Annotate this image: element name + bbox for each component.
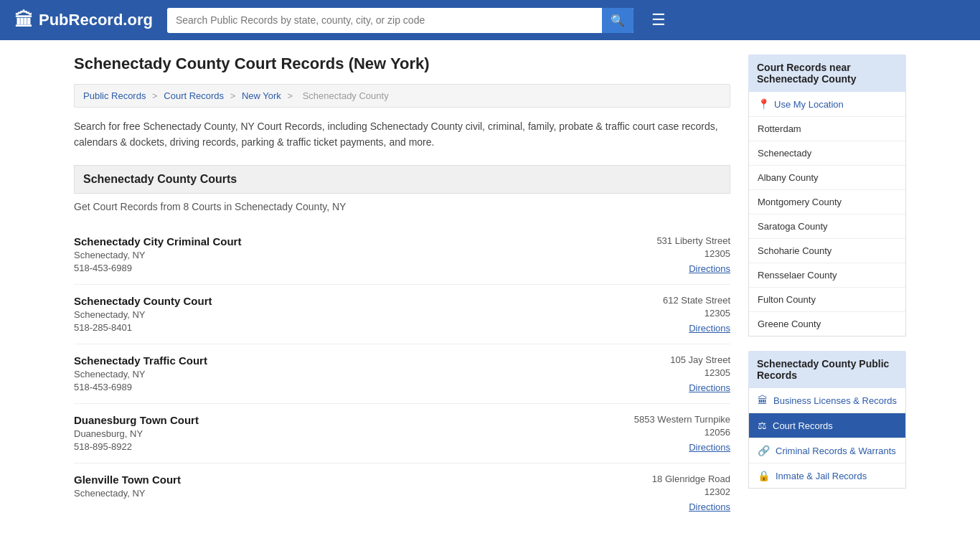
nearby-link[interactable]: Rotterdam (749, 117, 905, 141)
nearby-section-title: Court Records near Schenectady County (748, 55, 906, 92)
records-container: 🏛 Business Licenses & Records⚖ Court Rec… (749, 388, 905, 488)
court-zip: 12302 (652, 486, 730, 497)
court-city: Schenectady, NY (74, 309, 663, 320)
public-records-links: 🏛 Business Licenses & Records⚖ Court Rec… (748, 388, 906, 489)
court-name: Schenectady County Court (74, 295, 663, 307)
court-info: Duanesburg Town Court Duanesburg, NY 518… (74, 414, 634, 452)
record-link[interactable]: 🏛 Business Licenses & Records (749, 388, 905, 413)
content-area: Schenectady County Court Records (New Yo… (74, 55, 730, 522)
breadcrumb-public-records[interactable]: Public Records (83, 90, 146, 101)
menu-button[interactable]: ☰ (648, 7, 669, 33)
court-name: Schenectady Traffic Court (74, 354, 670, 367)
search-input[interactable] (167, 9, 602, 32)
main-container: Schenectady County Court Records (New Yo… (60, 40, 920, 537)
court-phone: 518-285-8401 (74, 322, 663, 333)
record-label: Inmate & Jail Records (776, 471, 867, 481)
record-label: Business Licenses & Records (773, 395, 897, 406)
breadcrumb-current: Schenectady County (303, 90, 389, 101)
court-phone: 518-453-6989 (74, 382, 670, 392)
site-header: 🏛 PubRecord.org 🔍 ☰ (0, 0, 980, 40)
court-info: Glenville Town Court Schenectady, NY (74, 474, 652, 501)
court-name: Schenectady City Criminal Court (74, 235, 656, 248)
court-address: 612 State Street 12305 Directions (663, 295, 730, 334)
nearby-link[interactable]: Fulton County (749, 288, 905, 312)
court-entry: Glenville Town Court Schenectady, NY 18 … (74, 463, 730, 522)
nearby-link[interactable]: Schenectady (749, 141, 905, 166)
court-zip: 12305 (656, 248, 730, 259)
breadcrumb-new-york[interactable]: New York (242, 90, 281, 101)
record-icon: 🔗 (758, 445, 770, 456)
court-zip: 12056 (634, 427, 730, 438)
nearby-link[interactable]: Albany County (749, 166, 905, 190)
court-phone: 518-895-8922 (74, 441, 634, 452)
directions-link[interactable]: Directions (689, 382, 730, 393)
court-city: Schenectady, NY (74, 250, 656, 260)
directions-link[interactable]: Directions (689, 442, 730, 453)
logo[interactable]: 🏛 PubRecord.org (14, 9, 153, 32)
court-entry: Schenectady Traffic Court Schenectady, N… (74, 344, 730, 404)
nearby-link[interactable]: Schoharie County (749, 239, 905, 263)
nearby-link[interactable]: Greene County (749, 312, 905, 336)
record-link[interactable]: 🔒 Inmate & Jail Records (749, 463, 905, 488)
court-zip: 12305 (663, 308, 730, 319)
court-name: Glenville Town Court (74, 474, 652, 486)
directions-link[interactable]: Directions (689, 263, 730, 274)
courts-count: Get Court Records from 8 Courts in Schen… (74, 201, 730, 212)
court-city: Schenectady, NY (74, 369, 670, 380)
court-street: 5853 Western Turnpike (634, 414, 730, 425)
court-street: 18 Glenridge Road (652, 474, 730, 484)
directions-link[interactable]: Directions (689, 323, 730, 334)
breadcrumb-court-records[interactable]: Court Records (164, 90, 224, 101)
nearby-link[interactable]: Rensselaer County (749, 263, 905, 288)
courts-list: Schenectady City Criminal Court Schenect… (74, 225, 730, 522)
court-address: 531 Liberty Street 12305 Directions (656, 235, 730, 274)
record-label: Criminal Records & Warrants (776, 446, 896, 456)
nearby-link[interactable]: Saratoga County (749, 215, 905, 239)
section-header: Schenectady County Courts (74, 165, 730, 194)
breadcrumb: Public Records > Court Records > New Yor… (74, 84, 730, 108)
logo-text: PubRecord.org (39, 11, 153, 29)
logo-icon: 🏛 (14, 9, 33, 32)
nearby-links-container: RotterdamSchenectadyAlbany CountyMontgom… (749, 117, 905, 336)
court-entry: Schenectady County Court Schenectady, NY… (74, 285, 730, 344)
court-entry: Duanesburg Town Court Duanesburg, NY 518… (74, 404, 730, 463)
court-info: Schenectady Traffic Court Schenectady, N… (74, 354, 670, 392)
court-street: 105 Jay Street (670, 354, 730, 365)
sidebar: Court Records near Schenectady County 📍 … (748, 55, 906, 522)
use-my-location[interactable]: 📍 Use My Location (749, 92, 905, 117)
court-address: 18 Glenridge Road 12302 Directions (652, 474, 730, 512)
court-address: 5853 Western Turnpike 12056 Directions (634, 414, 730, 453)
record-link[interactable]: ⚖ Court Records (749, 413, 905, 438)
court-city: Schenectady, NY (74, 488, 652, 499)
location-icon: 📍 (758, 98, 770, 110)
court-zip: 12305 (670, 367, 730, 378)
record-icon: 🔒 (758, 470, 770, 481)
court-address: 105 Jay Street 12305 Directions (670, 354, 730, 393)
directions-link[interactable]: Directions (689, 501, 730, 512)
court-street: 612 State Street (663, 295, 730, 306)
court-name: Duanesburg Town Court (74, 414, 634, 426)
court-street: 531 Liberty Street (656, 235, 730, 246)
page-title: Schenectady County Court Records (New Yo… (74, 55, 730, 73)
nearby-link[interactable]: Montgomery County (749, 190, 905, 215)
court-entry: Schenectady City Criminal Court Schenect… (74, 225, 730, 285)
court-city: Duanesburg, NY (74, 428, 634, 439)
public-records-title: Schenectady County Public Records (748, 351, 906, 388)
court-info: Schenectady County Court Schenectady, NY… (74, 295, 663, 333)
nearby-links: 📍 Use My Location RotterdamSchenectadyAl… (748, 92, 906, 336)
record-icon: 🏛 (758, 395, 768, 406)
search-bar: 🔍 (167, 8, 633, 33)
record-label: Court Records (773, 420, 833, 431)
record-icon: ⚖ (758, 420, 767, 431)
court-phone: 518-453-6989 (74, 263, 656, 273)
record-link[interactable]: 🔗 Criminal Records & Warrants (749, 438, 905, 463)
court-info: Schenectady City Criminal Court Schenect… (74, 235, 656, 273)
search-button[interactable]: 🔍 (602, 8, 633, 33)
use-location-label: Use My Location (774, 99, 844, 110)
page-description: Search for free Schenectady County, NY C… (74, 118, 730, 151)
